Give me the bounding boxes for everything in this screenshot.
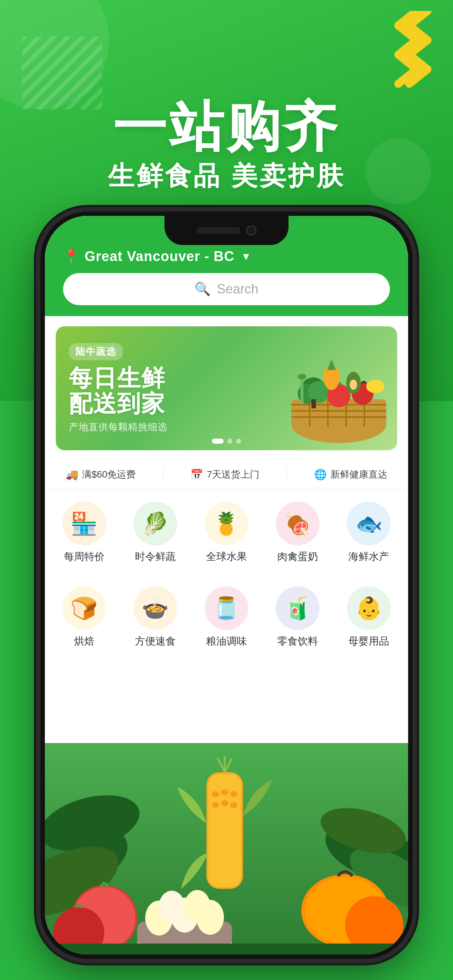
category-label-baby: 母婴用品: [348, 635, 389, 648]
banner-badge: 陆牛蔬选: [69, 343, 123, 360]
search-bar[interactable]: 🔍 Search: [63, 273, 390, 305]
search-icon: 🔍: [195, 282, 211, 297]
phone-mockup: 📍 Great Vancouver - BC ▼ 🔍 Search 陆牛蔬选: [40, 212, 413, 959]
svg-rect-52: [46, 943, 407, 955]
calendar-icon: 📅: [190, 468, 203, 480]
globe-icon: 🌐: [314, 468, 327, 480]
speaker: [196, 227, 240, 234]
front-camera: [246, 225, 257, 235]
category-icon-seafood: 🐟: [347, 502, 391, 546]
category-weekly-special[interactable]: 🏪 每周特价: [48, 496, 120, 570]
deco-zigzag: [391, 11, 442, 96]
category-icon-meat: 🍖: [276, 502, 319, 546]
category-label-weekly: 每周特价: [64, 550, 105, 564]
feature-strip: 🚚 满$60免运费 📅 7天送货上门 🌐 新鲜健康直达: [45, 460, 408, 488]
feature-fresh: 🌐 新鲜健康直达: [314, 468, 388, 481]
svg-point-35: [230, 802, 238, 808]
category-icon-fruit: 🍍: [205, 502, 248, 546]
category-icon-weekly: 🏪: [62, 502, 106, 546]
category-grid-row1: 🏪 每周特价 🥬 时令鲜蔬 🍍 全球水果 🍖 肉禽蛋奶: [45, 488, 408, 573]
category-icon-baby: 👶: [347, 586, 391, 630]
svg-point-30: [212, 791, 219, 797]
banner-title: 每日生鲜 配送到家: [69, 365, 248, 417]
svg-line-38: [225, 758, 232, 772]
svg-point-34: [221, 800, 228, 806]
banner-illustration: [258, 326, 397, 450]
notch: [164, 216, 289, 245]
category-label-fruit: 全球水果: [206, 550, 247, 564]
svg-point-47: [159, 891, 185, 923]
category-icon-bake: 🍞: [62, 586, 106, 630]
svg-point-31: [221, 789, 228, 795]
category-fruits[interactable]: 🍍 全球水果: [191, 496, 262, 570]
category-label-bake: 烘焙: [74, 635, 94, 648]
category-vegetables[interactable]: 🥬 时令鲜蔬: [120, 496, 191, 570]
phone-screen: 📍 Great Vancouver - BC ▼ 🔍 Search 陆牛蔬选: [45, 216, 408, 955]
location-dropdown-icon: ▼: [241, 251, 251, 262]
search-placeholder: Search: [217, 282, 258, 297]
headline-main: 一站购齐: [0, 99, 453, 155]
category-baby[interactable]: 👶 母婴用品: [333, 581, 405, 654]
category-icon-fastfood: 🍲: [134, 586, 177, 630]
feature-delivery: 📅 7天送货上门: [190, 468, 259, 481]
category-seafood[interactable]: 🐟 海鲜水产: [333, 496, 405, 570]
headline-area: 一站购齐 生鲜食品 美卖护肤: [0, 99, 453, 194]
category-label-veg: 时令鲜蔬: [135, 550, 176, 564]
category-icon-snacks: 🧃: [276, 586, 319, 630]
category-label-condiments: 粮油调味: [206, 635, 247, 648]
category-bake[interactable]: 🍞 烘焙: [48, 581, 120, 654]
feature-text-2: 7天送货上门: [207, 468, 259, 481]
svg-point-17: [350, 380, 357, 390]
divider-2: [287, 468, 287, 481]
bottom-produce-scene: [45, 743, 408, 955]
location-icon: 📍: [63, 249, 80, 264]
category-grid-row2: 🍞 烘焙 🍲 方便速食 🫙 粮油调味 🧃 零食饮料: [45, 573, 408, 658]
category-icon-condiments: 🫙: [205, 586, 248, 630]
app-screen: 📍 Great Vancouver - BC ▼ 🔍 Search 陆牛蔬选: [45, 216, 408, 955]
svg-point-33: [212, 802, 219, 808]
svg-point-32: [230, 791, 238, 797]
feature-free-shipping: 🚚 满$60免运费: [65, 468, 136, 481]
promo-banner[interactable]: 陆牛蔬选 每日生鲜 配送到家 产地直供每颗精挑细选: [56, 326, 397, 450]
category-label-seafood: 海鲜水产: [348, 550, 389, 564]
svg-point-18: [366, 380, 384, 393]
category-icon-veg: 🥬: [134, 502, 177, 546]
category-meat[interactable]: 🍖 肉禽蛋奶: [262, 496, 333, 570]
category-label-fastfood: 方便速食: [135, 635, 176, 648]
phone-outer: 📍 Great Vancouver - BC ▼ 🔍 Search 陆牛蔬选: [40, 212, 413, 959]
svg-point-48: [184, 890, 211, 923]
category-fastfood[interactable]: 🍲 方便速食: [120, 581, 191, 654]
category-label-meat: 肉禽蛋奶: [277, 550, 318, 564]
category-snacks[interactable]: 🧃 零食饮料: [262, 581, 333, 654]
divider-1: [163, 468, 163, 481]
feature-text-1: 满$60免运费: [82, 468, 136, 481]
svg-point-20: [298, 374, 306, 380]
truck-icon: 🚚: [65, 468, 78, 480]
headline-sub: 生鲜食品 美卖护肤: [0, 159, 453, 194]
location-row[interactable]: 📍 Great Vancouver - BC ▼: [63, 249, 390, 264]
svg-rect-19: [301, 377, 303, 403]
banner-subtitle: 产地直供每颗精挑细选: [69, 421, 248, 433]
category-condiments[interactable]: 🫙 粮油调味: [191, 581, 262, 654]
produce-svg: [45, 750, 408, 955]
banner-left: 陆牛蔬选 每日生鲜 配送到家 产地直供每颗精挑细选: [56, 332, 258, 445]
svg-line-36: [217, 757, 225, 772]
location-text: Great Vancouver - BC: [85, 249, 234, 264]
svg-rect-12: [311, 399, 316, 408]
category-label-snacks: 零食饮料: [277, 635, 318, 648]
feature-text-3: 新鲜健康直达: [330, 468, 388, 481]
